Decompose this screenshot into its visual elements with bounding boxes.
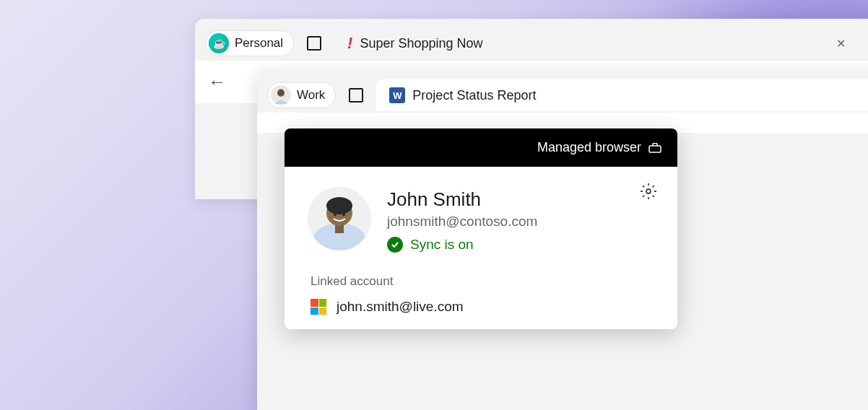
linked-account-label: Linked account xyxy=(311,274,654,289)
managed-browser-label: Managed browser xyxy=(537,140,641,155)
tab-bar-work: Work W Project Status Report xyxy=(257,71,868,113)
word-icon: W xyxy=(389,87,405,103)
profile-main: John Smith johnsmith@contoso.com Sync is… xyxy=(308,187,654,253)
profile-flyout: Managed browser xyxy=(285,128,677,329)
linked-section: Linked account john.smith@live.com xyxy=(308,274,654,315)
browser-tab-shopping[interactable]: ! Super Shopping Now ✕ xyxy=(334,27,859,59)
flyout-header: Managed browser xyxy=(285,128,677,167)
svg-point-2 xyxy=(278,90,285,96)
back-button[interactable]: ← xyxy=(208,71,227,93)
sync-status[interactable]: Sync is on xyxy=(387,237,537,253)
linked-account[interactable]: john.smith@live.com xyxy=(311,299,654,315)
profile-switcher-personal[interactable]: ☕ Personal xyxy=(205,30,294,56)
svg-point-11 xyxy=(342,213,345,217)
browser-tab-project[interactable]: W Project Status Report xyxy=(376,79,868,111)
sync-label: Sync is on xyxy=(410,237,474,253)
tab-title: Super Shopping Now xyxy=(360,36,482,51)
close-icon[interactable]: ✕ xyxy=(836,37,846,51)
alert-icon: ! xyxy=(347,34,352,53)
profile-label: Work xyxy=(297,88,325,102)
checkmark-icon xyxy=(387,237,403,253)
profile-label: Personal xyxy=(235,36,283,51)
user-name: John Smith xyxy=(387,188,537,211)
tab-bar-personal: ☕ Personal ! Super Shopping Now ✕ xyxy=(195,19,868,61)
svg-rect-3 xyxy=(649,146,661,152)
tab-actions-icon[interactable] xyxy=(307,36,321,51)
gear-icon[interactable] xyxy=(640,183,657,200)
profile-info: John Smith johnsmith@contoso.com Sync is… xyxy=(387,187,537,253)
linked-email: john.smith@live.com xyxy=(337,299,464,315)
microsoft-icon xyxy=(311,299,326,315)
profile-avatar-work xyxy=(271,85,291,105)
tab-title: Project Status Report xyxy=(412,88,536,103)
briefcase-icon xyxy=(648,143,661,153)
profile-avatar-personal: ☕ xyxy=(209,33,229,53)
svg-point-9 xyxy=(326,197,352,214)
profile-switcher-work[interactable]: Work xyxy=(267,82,336,108)
svg-point-10 xyxy=(334,213,337,217)
user-email: johnsmith@contoso.com xyxy=(387,214,537,230)
flyout-body: John Smith johnsmith@contoso.com Sync is… xyxy=(285,167,677,329)
svg-point-4 xyxy=(646,189,651,193)
tab-actions-icon[interactable] xyxy=(349,88,363,102)
user-avatar xyxy=(308,187,371,250)
